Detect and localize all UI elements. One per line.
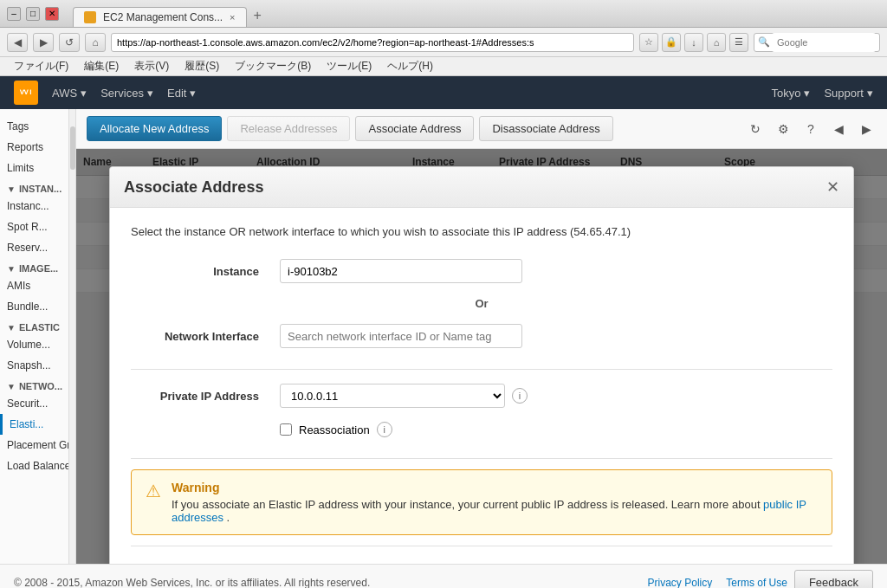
instance-input[interactable] (280, 259, 522, 283)
toolbar-icons: ↻ ⚙ ? ◀ ▶ (745, 119, 877, 139)
disassociate-address-button[interactable]: Disassociate Address (479, 116, 612, 141)
url-input[interactable] (111, 33, 634, 52)
account-icon[interactable]: 🔒 (662, 33, 681, 52)
sidebar-item-tags[interactable]: Tags (0, 116, 68, 137)
sidebar-item-instances[interactable]: Instanc... (0, 196, 68, 216)
browser-tab[interactable]: EC2 Management Cons... × (73, 7, 247, 27)
forward-button[interactable]: ▶ (33, 33, 54, 52)
sidebar-item-reserved[interactable]: Reserv... (0, 237, 68, 258)
associate-address-modal: Associate Address ✕ Select the instance … (109, 166, 854, 564)
footer-copyright: © 2008 - 2015, Amazon Web Services, Inc.… (14, 577, 370, 589)
main-layout: Tags Reports Limits ▼ INSTAN... Instanc.… (0, 109, 887, 564)
bookmark-icon[interactable]: ☆ (639, 33, 658, 52)
sidebar-item-volumes[interactable]: Volume... (0, 334, 68, 355)
warning-content: Warning If you associate an Elastic IP a… (172, 481, 818, 524)
menu-view[interactable]: 表示(V) (127, 57, 176, 75)
warning-box: ⚠ Warning If you associate an Elastic IP… (131, 469, 832, 535)
content-area: Allocate New Address Release Addresses A… (76, 109, 887, 564)
help-icon[interactable]: ? (800, 119, 821, 139)
new-tab-button[interactable]: + (247, 4, 269, 27)
support-nav[interactable]: Support ▾ (824, 87, 873, 100)
sidebar-item-bundles[interactable]: Bundle... (0, 296, 68, 317)
menu-bookmarks[interactable]: ブックマーク(B) (228, 57, 318, 75)
private-ip-row: 10.0.0.11 i (280, 384, 822, 408)
tab-close-icon[interactable]: × (230, 12, 235, 23)
private-ip-select[interactable]: 10.0.0.11 (280, 384, 505, 408)
associate-address-button[interactable]: Associate Address (355, 116, 474, 141)
aws-logo (14, 81, 38, 105)
sidebar-section-network[interactable]: ▼ NETWO... (0, 376, 68, 393)
home-nav-icon[interactable]: ⌂ (707, 33, 726, 52)
warning-divider-line (131, 458, 832, 459)
refresh-icon[interactable]: ↻ (745, 119, 766, 139)
modal-description: Select the instance OR network interface… (131, 225, 832, 238)
tab-title: EC2 Management Cons... (103, 11, 223, 23)
menu-tools[interactable]: ツール(E) (320, 57, 379, 75)
page-footer: © 2008 - 2015, Amazon Web Services, Inc.… (0, 564, 887, 588)
menu-file[interactable]: ファイル(F) (7, 57, 75, 75)
back-button[interactable]: ◀ (7, 33, 28, 52)
sidebar-item-limits[interactable]: Limits (0, 158, 68, 178)
minimize-button[interactable]: – (7, 7, 21, 21)
terms-of-use-link[interactable]: Terms of Use (726, 577, 787, 589)
sidebar-item-placement-groups[interactable]: Placement Groups (0, 435, 68, 456)
table-area: Name Elastic IP Allocation ID Instance P… (76, 149, 887, 564)
release-addresses-button[interactable]: Release Addresses (227, 116, 350, 141)
reload-button[interactable]: ↺ (59, 33, 80, 52)
sidebar-section-instances[interactable]: ▼ INSTAN... (0, 178, 68, 196)
settings-icon[interactable]: ⚙ (773, 119, 793, 139)
footer-divider-line (131, 546, 832, 546)
sidebar-section-images[interactable]: ▼ IMAGE... (0, 258, 68, 275)
menu-help[interactable]: ヘルプ(H) (380, 57, 440, 75)
warning-triangle-icon: ⚠ (146, 481, 161, 524)
menu-history[interactable]: 履歴(S) (178, 57, 226, 75)
next-page-icon[interactable]: ▶ (856, 119, 877, 139)
form-table-2: Private IP Address 10.0.0.11 i (131, 377, 832, 444)
network-interface-input[interactable] (280, 324, 522, 348)
modal-body: Select the instance OR network interface… (110, 208, 853, 564)
sidebar-scrollbar[interactable] (69, 109, 76, 564)
sidebar-item-snapshots[interactable]: Snapsh... (0, 355, 68, 376)
browser-title-bar: – □ ✕ EC2 Management Cons... × + (0, 0, 887, 28)
reassociation-checkbox[interactable] (280, 423, 292, 436)
sidebar-item-spot-requests[interactable]: Spot R... (0, 216, 68, 237)
menu-bar: ファイル(F) 編集(E) 表示(V) 履歴(S) ブックマーク(B) ツール(… (0, 57, 887, 76)
sidebar-item-security[interactable]: Securit... (0, 393, 68, 414)
allocate-new-address-button[interactable]: Allocate New Address (87, 116, 222, 141)
sidebar-item-elastic-ips[interactable]: Elasti... (0, 414, 68, 435)
modal-overlay: Associate Address ✕ Select the instance … (76, 149, 887, 564)
aws-header: AWS ▾ Services ▾ Edit ▾ Tokyo ▾ Support … (0, 76, 887, 109)
menu-edit[interactable]: 編集(E) (77, 57, 126, 75)
privacy-policy-link[interactable]: Privacy Policy (648, 577, 713, 589)
window-controls[interactable]: – □ ✕ (7, 7, 59, 21)
toolbar: Allocate New Address Release Addresses A… (76, 109, 887, 149)
aws-label[interactable]: AWS ▾ (52, 87, 87, 100)
region-selector[interactable]: Tokyo ▾ (771, 87, 810, 100)
private-ip-info-icon[interactable]: i (512, 388, 528, 404)
modal-title: Associate Address (124, 178, 263, 197)
reassociation-info-icon[interactable]: i (377, 422, 392, 437)
network-interface-label: Network Interface (131, 317, 269, 355)
sidebar-item-reports[interactable]: Reports (0, 137, 68, 158)
browser-search-input[interactable] (772, 33, 876, 52)
sidebar-item-amis[interactable]: AMIs (0, 275, 68, 296)
form-table: Instance Or Network Interface (131, 252, 832, 355)
modal-close-button[interactable]: ✕ (826, 178, 839, 197)
warning-text: If you associate an Elastic IP address w… (172, 498, 763, 511)
menu-icon[interactable]: ☰ (729, 33, 748, 52)
prev-page-icon[interactable]: ◀ (828, 119, 849, 139)
aws-right-nav: Tokyo ▾ Support ▾ (771, 87, 873, 100)
scrollbar-thumb[interactable] (70, 126, 75, 170)
edit-nav[interactable]: Edit ▾ (167, 87, 196, 100)
download-icon[interactable]: ↓ (684, 33, 703, 52)
address-bar-icons: ☆ 🔒 ↓ ⌂ ☰ (639, 33, 748, 52)
instance-label: Instance (131, 252, 269, 290)
address-bar: ◀ ▶ ↺ ⌂ ☆ 🔒 ↓ ⌂ ☰ 🔍 (0, 28, 887, 57)
sidebar-item-load-balancers[interactable]: Load Balancers (0, 456, 68, 476)
services-nav[interactable]: Services ▾ (100, 87, 153, 100)
feedback-button[interactable]: Feedback (794, 570, 873, 588)
home-button[interactable]: ⌂ (85, 33, 106, 52)
maximize-button[interactable]: □ (26, 7, 40, 21)
sidebar-section-elastic[interactable]: ▼ ELASTIC (0, 317, 68, 334)
close-button[interactable]: ✕ (45, 7, 59, 21)
